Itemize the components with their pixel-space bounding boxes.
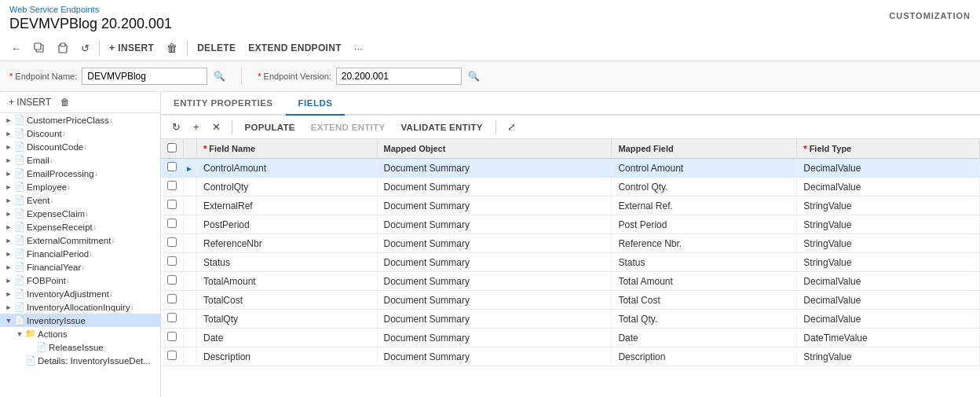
tree-label: EmailProcessing <box>27 169 94 178</box>
endpoint-version-search-icon[interactable]: 🔍 <box>468 71 480 82</box>
validate-entity-button[interactable]: VALIDATE ENTITY <box>394 120 488 134</box>
sidebar-item[interactable]: ►📄DiscountCode↓ <box>0 140 160 153</box>
undo-button[interactable]: ↺ <box>76 39 94 57</box>
sidebar-item[interactable]: ►📄Employee↓ <box>0 180 160 193</box>
row-checkbox[interactable] <box>167 332 177 341</box>
back-button[interactable]: ← <box>6 39 26 57</box>
endpoint-name-search-icon[interactable]: 🔍 <box>214 71 225 82</box>
sidebar-item[interactable]: ►📄ExpenseClaim↓ <box>0 207 160 220</box>
sidebar-item[interactable]: ►📄FinancialYear↓ <box>0 260 160 274</box>
entity-icon: 📄 <box>14 222 25 232</box>
table-row[interactable]: Description Document Summary Description… <box>161 347 980 366</box>
row-checkbox-cell <box>161 347 184 366</box>
tree-toggle[interactable]: ► <box>3 130 14 138</box>
tree-toggle[interactable]: ► <box>3 237 14 244</box>
row-checkbox[interactable] <box>167 181 177 190</box>
row-arrow-cell <box>184 347 197 366</box>
sidebar-item[interactable]: ►📄Email↓ <box>0 153 160 167</box>
tree-toggle[interactable]: ► <box>3 277 14 285</box>
row-mapped-object: Document Summary <box>377 329 612 347</box>
row-checkbox-cell <box>161 234 184 253</box>
sidebar-item[interactable]: ▼📁Actions <box>0 327 160 340</box>
table-row[interactable]: TotalAmount Document Summary Total Amoun… <box>161 272 980 291</box>
row-checkbox[interactable] <box>167 219 177 228</box>
row-checkbox[interactable] <box>167 351 177 360</box>
sidebar-item[interactable]: ►📄InventoryAllocationInquiry↓ <box>0 300 160 314</box>
row-checkbox[interactable] <box>167 162 177 171</box>
table-row[interactable]: TotalCost Document Summary Total Cost De… <box>161 291 980 310</box>
table-row[interactable]: ReferenceNbr Document Summary Reference … <box>161 234 980 253</box>
table-header-row: Field Name Mapped Object Mapped Field Fi… <box>161 139 980 159</box>
table-row[interactable]: ► ControlAmount Document Summary Control… <box>161 159 980 178</box>
sidebar-item[interactable]: ►📄CustomerPriceClass↓ <box>0 113 160 127</box>
tabs: ENTITY PROPERTIES FIELDS <box>161 92 980 116</box>
sidebar-item[interactable]: ►📄FinancialPeriod↓ <box>0 247 160 260</box>
tree-toggle[interactable]: ► <box>3 197 14 204</box>
tree-suffix: ↓ <box>111 236 115 244</box>
tree-toggle[interactable]: ▼ <box>3 317 14 325</box>
refresh-button[interactable]: ↻ <box>167 119 185 135</box>
copy-button[interactable] <box>29 39 49 57</box>
extend-endpoint-button[interactable]: EXTEND ENDPOINT <box>243 39 346 57</box>
tree-label: FOBPoint <box>27 276 66 285</box>
table-row[interactable]: ExternalRef Document Summary External Re… <box>161 197 980 215</box>
row-checkbox[interactable] <box>167 200 177 209</box>
sidebar-delete-button[interactable]: 🗑 <box>57 95 74 109</box>
sidebar-item[interactable]: 📄ReleaseIssue <box>0 340 160 354</box>
tree-toggle[interactable]: ► <box>3 250 14 258</box>
tab-entity-properties[interactable]: ENTITY PROPERTIES <box>161 92 286 116</box>
populate-button[interactable]: POPULATE <box>239 120 302 134</box>
row-checkbox[interactable] <box>167 313 177 322</box>
tree-toggle[interactable]: ► <box>3 156 14 164</box>
tree-toggle[interactable]: ► <box>3 223 14 231</box>
tree-toggle[interactable]: ► <box>3 116 14 124</box>
sidebar: + INSERT 🗑 ►📄CustomerPriceClass↓►📄Discou… <box>0 92 161 397</box>
delete-field-button[interactable]: ✕ <box>207 119 225 135</box>
tree-toggle[interactable]: ► <box>3 210 14 218</box>
table-row[interactable]: ControlQty Document Summary Control Qty.… <box>161 178 980 197</box>
more-button[interactable]: ··· <box>349 39 368 57</box>
delete-icon-button[interactable]: 🗑 <box>162 39 182 57</box>
sidebar-item[interactable]: ►📄Event↓ <box>0 193 160 207</box>
tree-toggle[interactable]: ► <box>3 183 14 191</box>
table-row[interactable]: TotalQty Document Summary Total Qty. Dec… <box>161 310 980 329</box>
sidebar-item[interactable]: ▼📄InventoryIssue <box>0 314 160 327</box>
breadcrumb[interactable]: Web Service Endpoints <box>0 0 980 16</box>
paste-button[interactable] <box>53 39 73 57</box>
sidebar-item[interactable]: ►📄InventoryAdjustment↓ <box>0 287 160 300</box>
sidebar-item[interactable]: ►📄ExpenseReceipt↓ <box>0 220 160 233</box>
insert-button[interactable]: + INSERT <box>104 39 159 57</box>
row-checkbox[interactable] <box>167 275 177 285</box>
sidebar-item[interactable]: ►📄Discount↓ <box>0 127 160 140</box>
sidebar-item[interactable]: ►📄EmailProcessing↓ <box>0 167 160 180</box>
row-field-type: DecimalValue <box>797 178 980 197</box>
sidebar-item[interactable]: 📄Details: InventoryIssueDet... <box>0 354 160 367</box>
tree-toggle[interactable]: ► <box>3 263 14 271</box>
tab-fields[interactable]: FIELDS <box>286 92 346 116</box>
sidebar-insert-button[interactable]: + INSERT <box>5 95 55 109</box>
tree-toggle[interactable]: ► <box>3 170 14 178</box>
tree-toggle[interactable]: ► <box>3 143 14 151</box>
sidebar-item[interactable]: ►📄ExternalCommitment↓ <box>0 233 160 247</box>
delete-button[interactable]: DELETE <box>192 39 240 57</box>
add-field-button[interactable]: + <box>188 119 204 135</box>
table-row[interactable]: Date Document Summary Date DateTimeValue <box>161 329 980 347</box>
layout-button[interactable]: ⤢ <box>503 119 521 135</box>
table-row[interactable]: PostPeriod Document Summary Post Period … <box>161 215 980 234</box>
table-row[interactable]: Status Document Summary Status StringVal… <box>161 253 980 272</box>
row-mapped-field: Control Amount <box>612 159 797 178</box>
extend-entity-button[interactable]: EXTEND ENTITY <box>305 120 392 134</box>
endpoint-name-input[interactable] <box>82 68 207 85</box>
tree-label: ExpenseClaim <box>27 209 85 219</box>
select-all-checkbox[interactable] <box>167 143 177 153</box>
sidebar-item[interactable]: ►📄FOBPoint↓ <box>0 274 160 287</box>
endpoint-version-input[interactable] <box>336 68 462 85</box>
tree-suffix: ↓ <box>62 129 66 138</box>
tree-toggle[interactable]: ▼ <box>14 330 25 338</box>
row-checkbox[interactable] <box>167 256 177 266</box>
tree-toggle[interactable]: ► <box>3 290 14 298</box>
tree-toggle[interactable]: ► <box>3 303 14 311</box>
row-checkbox[interactable] <box>167 294 177 303</box>
row-checkbox[interactable] <box>167 237 177 247</box>
action-icon: 📄 <box>36 342 47 352</box>
